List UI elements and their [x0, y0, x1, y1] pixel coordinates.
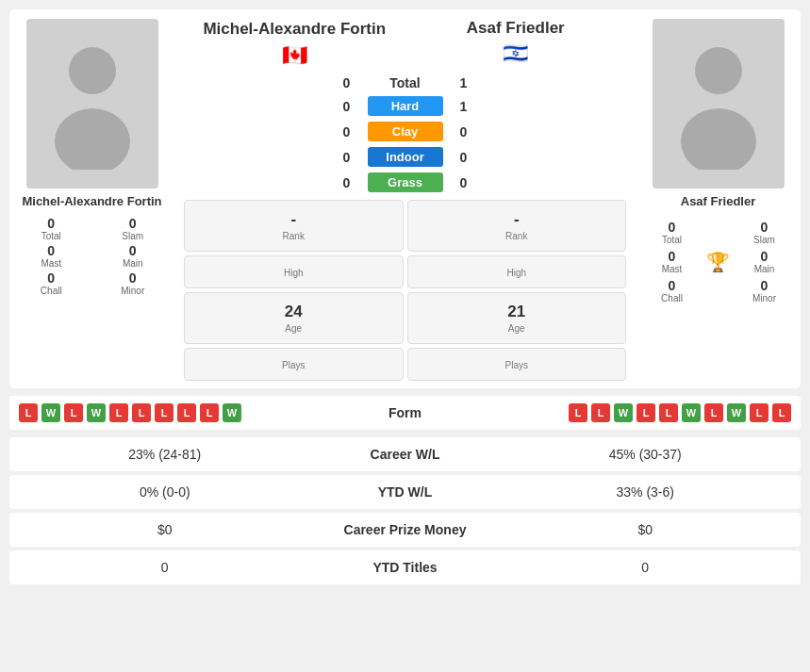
surface-scores: 0 Total 1 0 Hard 1 0 Clay 0 0 [174, 68, 636, 192]
left-mast-label: Mast [17, 258, 86, 269]
hard-row: 0 Hard 1 [184, 96, 626, 116]
left-rank-card: - Rank [184, 200, 404, 252]
form-badge-right: L [659, 403, 678, 422]
player-left-name: Michel-Alexandre Fortin [22, 194, 161, 208]
right-total-lbl: Total [643, 235, 701, 245]
clay-badge: Clay [368, 122, 443, 141]
form-badge-left: L [109, 403, 128, 422]
form-badge-right: W [614, 403, 633, 422]
prize-label: Career Prize Money [311, 522, 500, 537]
ytd-titles-left: 0 [19, 560, 311, 575]
right-main-val: 0 [736, 249, 793, 264]
left-age-card: 24 Age [184, 292, 404, 344]
form-right: LLWLLWLWLL [453, 403, 792, 422]
right-stat-cards: - Rank High 21 Age Plays [407, 200, 627, 381]
right-chall-val: 0 [643, 278, 701, 293]
career-wl-label: Career W/L [311, 447, 500, 462]
left-rank-lbl: Rank [189, 231, 399, 241]
form-badge-left: W [87, 403, 106, 422]
right-mast-val: 0 [643, 249, 701, 264]
form-badge-left: L [64, 403, 83, 422]
form-badge-right: L [591, 403, 610, 422]
right-slam-val: 0 [736, 220, 793, 235]
left-slam-value: 0 [99, 216, 168, 231]
form-badge-right: L [569, 403, 587, 422]
form-badge-left: L [155, 403, 174, 422]
right-rank-val: - [412, 210, 622, 229]
left-high-lbl: High [189, 268, 399, 278]
left-slam-label: Slam [99, 231, 168, 241]
career-wl-row: 23% (24-81) Career W/L 45% (30-37) [9, 437, 801, 471]
total-label: Total [368, 75, 443, 90]
form-left: LWLWLLLLLW [19, 403, 358, 422]
right-plays-lbl: Plays [412, 360, 622, 370]
form-badge-right: W [682, 403, 701, 422]
right-rank-card: - Rank [407, 200, 627, 252]
form-badge-left: L [200, 403, 219, 422]
ytd-titles-row: 0 YTD Titles 0 [9, 550, 801, 584]
prize-row: $0 Career Prize Money $0 [9, 513, 801, 547]
main-container: Michel-Alexandre Fortin 0 Total 0 Slam 0… [0, 0, 810, 598]
grass-badge: Grass [368, 172, 443, 192]
form-badge-left: L [19, 403, 38, 422]
svg-point-2 [695, 47, 742, 94]
total-row: 0 Total 1 [184, 75, 626, 90]
right-minor-val: 0 [736, 278, 793, 293]
right-plays-card: Plays [407, 348, 627, 381]
grass-row: 0 Grass 0 [184, 172, 626, 192]
left-chall-label: Chall [17, 286, 86, 296]
form-badge-right: L [704, 403, 723, 422]
left-age-lbl: Age [189, 323, 399, 334]
left-chall-value: 0 [17, 270, 86, 286]
player-right-name: Asaf Friedler [681, 194, 755, 208]
right-high-card: High [407, 255, 627, 288]
right-player-title: Asaf Friedler 🇮🇱 [405, 19, 627, 66]
left-plays-lbl: Plays [189, 360, 399, 370]
hard-badge: Hard [368, 96, 443, 116]
form-badge-left: L [132, 403, 151, 422]
center-panel: Michel-Alexandre Fortin 🇨🇦 Asaf Friedler… [174, 9, 636, 388]
career-wl-right: 45% (30-37) [500, 447, 792, 462]
right-age-val: 21 [412, 303, 622, 321]
ytd-titles-right: 0 [500, 560, 792, 575]
left-main-label: Main [123, 258, 143, 269]
top-section: Michel-Alexandre Fortin 0 Total 0 Slam 0… [9, 9, 801, 388]
right-rank-lbl: Rank [412, 231, 622, 241]
player-left-stats: 0 Total 0 Slam 0 Mast 0 Main 0 Chall [17, 216, 167, 296]
svg-point-3 [681, 108, 756, 170]
player-right-avatar [653, 19, 785, 188]
left-stat-cards: - Rank High 24 Age Plays [184, 200, 404, 381]
form-badge-right: L [772, 403, 791, 422]
form-badge-left: W [41, 403, 60, 422]
left-main-value: 0 [129, 243, 137, 258]
form-badge-left: W [223, 403, 241, 422]
svg-point-1 [55, 108, 130, 170]
left-plays-card: Plays [184, 348, 404, 381]
ytd-titles-label: YTD Titles [311, 560, 500, 575]
svg-point-0 [69, 47, 116, 94]
left-age-val: 24 [189, 303, 399, 321]
player-left-avatar [26, 19, 158, 188]
form-label: Form [358, 405, 453, 420]
form-badge-right: W [727, 403, 746, 422]
clay-row: 0 Clay 0 [184, 122, 626, 141]
left-player-title: Michel-Alexandre Fortin 🇨🇦 [184, 19, 405, 68]
right-minor-lbl: Minor [736, 293, 793, 303]
ytd-wl-label: YTD W/L [311, 484, 500, 500]
career-wl-left: 23% (24-81) [19, 447, 311, 462]
right-age-card: 21 Age [407, 292, 627, 344]
ytd-wl-right: 33% (3-6) [500, 484, 792, 500]
ytd-wl-left: 0% (0-0) [19, 484, 311, 500]
player-left: Michel-Alexandre Fortin 0 Total 0 Slam 0… [9, 9, 174, 388]
left-flag: 🇨🇦 [184, 43, 405, 68]
indoor-badge: Indoor [368, 147, 443, 167]
left-mast-value: 0 [17, 243, 86, 258]
prize-left: $0 [19, 522, 311, 537]
left-total-value: 0 [17, 216, 86, 231]
right-flag: 🇮🇱 [405, 41, 627, 66]
left-minor-label: Minor [99, 286, 168, 296]
right-slam-lbl: Slam [736, 235, 793, 245]
left-rank-val: - [189, 210, 399, 229]
left-total-label: Total [17, 231, 86, 241]
form-badge-left: L [177, 403, 196, 422]
